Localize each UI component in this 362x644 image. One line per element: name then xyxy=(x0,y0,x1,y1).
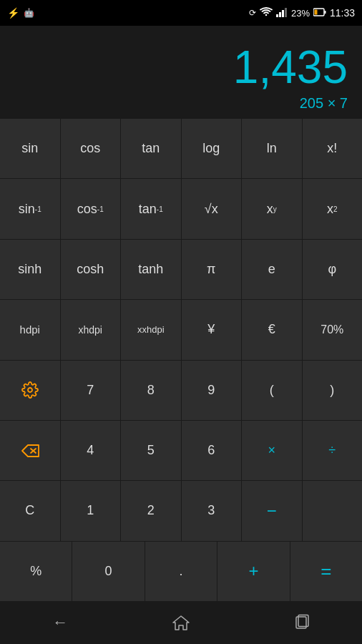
result-display: 1,435 xyxy=(233,42,348,92)
display-area: 1,435 205 × 7 xyxy=(0,26,362,119)
plus-button[interactable]: + xyxy=(217,542,290,601)
svg-rect-0 xyxy=(276,14,278,17)
clear-button[interactable]: C xyxy=(0,481,61,540)
cosh-button[interactable]: cosh xyxy=(61,240,122,299)
svg-point-7 xyxy=(28,388,32,392)
android-icon: 🤖 xyxy=(24,8,34,18)
back-button[interactable]: ← xyxy=(39,608,82,637)
recents-icon xyxy=(293,614,310,631)
svg-rect-3 xyxy=(285,8,287,17)
atan-button[interactable]: tan-1 xyxy=(121,179,182,238)
battery-percent: 23% xyxy=(291,8,310,19)
phi-button[interactable]: φ xyxy=(303,240,363,299)
euler-button[interactable]: e xyxy=(242,240,303,299)
lparen-button[interactable]: ( xyxy=(242,361,303,420)
8-button[interactable]: 8 xyxy=(121,361,182,420)
rotation-icon: ⟳ xyxy=(249,8,256,18)
sqrt-button[interactable]: √x xyxy=(182,179,243,238)
back-icon: ← xyxy=(52,613,68,632)
tan-button[interactable]: tan xyxy=(121,119,182,178)
1-button[interactable]: 1 xyxy=(61,481,122,540)
6-button[interactable]: 6 xyxy=(182,421,243,480)
sinh-button[interactable]: sinh xyxy=(0,240,61,299)
row-dpi: hdpi xhdpi xxhdpi ¥ € 70% xyxy=(0,300,362,360)
status-time: 11:33 xyxy=(330,7,355,19)
wifi-icon xyxy=(260,7,273,19)
hdpi-button[interactable]: hdpi xyxy=(0,300,61,359)
ln-button[interactable]: ln xyxy=(242,119,303,178)
status-left: ⚡ 🤖 xyxy=(7,7,34,19)
2-button[interactable]: 2 xyxy=(121,481,182,540)
nav-bar: ← xyxy=(0,601,362,644)
factorial-button[interactable]: x! xyxy=(303,119,363,178)
pow-button[interactable]: xy xyxy=(242,179,303,238)
tanh-button[interactable]: tanh xyxy=(121,240,182,299)
decimal-button[interactable]: . xyxy=(145,542,217,601)
battery-icon xyxy=(313,8,326,19)
square-button[interactable]: x2 xyxy=(303,179,363,238)
minus-button[interactable]: − xyxy=(242,481,303,540)
7-button[interactable]: 7 xyxy=(61,361,122,420)
3-button[interactable]: 3 xyxy=(182,481,243,540)
asin-button[interactable]: sin-1 xyxy=(0,179,61,238)
pi-button[interactable]: π xyxy=(182,240,243,299)
row-0: % 0 . + = xyxy=(0,542,362,601)
percent-button[interactable]: % xyxy=(0,542,72,601)
status-bar: ⚡ 🤖 ⟳ 23% xyxy=(0,0,362,26)
5-button[interactable]: 5 xyxy=(121,421,182,480)
sin-button[interactable]: sin xyxy=(0,119,61,178)
row-789: 7 8 9 ( ) xyxy=(0,361,362,421)
row-inv-trig: sin-1 cos-1 tan-1 √x xy x2 xyxy=(0,179,362,239)
settings-button[interactable] xyxy=(0,361,61,420)
calculator-grid: sin cos tan log ln x! sin-1 cos-1 tan-1 … xyxy=(0,119,362,601)
multiply-button[interactable]: × xyxy=(242,421,303,480)
9-button[interactable]: 9 xyxy=(182,361,243,420)
row-trig: sin cos tan log ln x! xyxy=(0,119,362,179)
acos-button[interactable]: cos-1 xyxy=(61,179,122,238)
home-icon xyxy=(172,614,190,631)
log-button[interactable]: log xyxy=(182,119,243,178)
equals-big-button[interactable]: = xyxy=(290,542,362,601)
backspace-button[interactable] xyxy=(0,421,61,480)
signal-icon xyxy=(276,7,288,19)
usb-icon: ⚡ xyxy=(7,7,19,19)
equals-button[interactable] xyxy=(303,481,363,540)
svg-rect-5 xyxy=(324,11,326,14)
home-button[interactable] xyxy=(160,608,202,637)
rparen-button[interactable]: ) xyxy=(303,361,363,420)
svg-rect-1 xyxy=(279,12,281,17)
svg-rect-6 xyxy=(314,9,317,14)
cos-button[interactable]: cos xyxy=(61,119,122,178)
status-right: ⟳ 23% xyxy=(249,7,355,19)
yen-button[interactable]: ¥ xyxy=(182,300,243,359)
recents-button[interactable] xyxy=(280,608,323,637)
expression-display: 205 × 7 xyxy=(300,95,348,112)
xhdpi-button[interactable]: xhdpi xyxy=(61,300,122,359)
row-123: C 1 2 3 − xyxy=(0,481,362,541)
row-hyp: sinh cosh tanh π e φ xyxy=(0,240,362,300)
70pct-button[interactable]: 70% xyxy=(303,300,363,359)
0-button[interactable]: 0 xyxy=(72,542,145,601)
xxhdpi-button[interactable]: xxhdpi xyxy=(121,300,182,359)
euro-button[interactable]: € xyxy=(242,300,303,359)
divide-button[interactable]: ÷ xyxy=(303,421,363,480)
svg-rect-2 xyxy=(282,10,284,17)
row-456: 4 5 6 × ÷ xyxy=(0,421,362,481)
4-button[interactable]: 4 xyxy=(61,421,122,480)
